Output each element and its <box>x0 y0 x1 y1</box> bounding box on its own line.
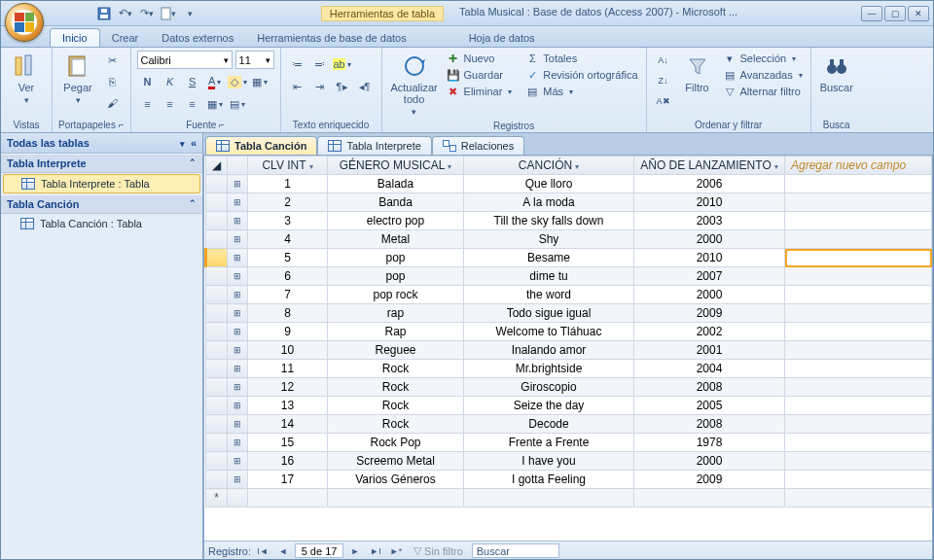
cell-addnew[interactable] <box>785 267 932 286</box>
align-left-button[interactable]: ≡ <box>137 94 159 114</box>
cell-anio[interactable]: 2000 <box>634 230 785 249</box>
cell-cancion[interactable]: I have you <box>464 452 634 471</box>
table-row[interactable]: ⊞13RockSeize the day2005 <box>206 397 932 415</box>
table-row[interactable]: ⊞7pop rockthe word2000 <box>206 286 932 304</box>
cell-clv-int[interactable]: 16 <box>248 452 328 471</box>
first-record-button[interactable]: I◄ <box>254 543 271 559</box>
column-header-genero[interactable]: GÉNERO MUSICAL▾ <box>328 157 464 175</box>
expand-button[interactable]: ⊞ <box>228 249 248 267</box>
cell-genero[interactable]: Metal <box>328 230 464 249</box>
column-header-clv-int[interactable]: CLV INT▾ <box>248 157 328 175</box>
row-header[interactable] <box>206 360 228 378</box>
cell-cancion[interactable]: Decode <box>464 415 634 434</box>
doc-tab-tabla-interprete[interactable]: Tabla Interprete <box>317 136 431 155</box>
record-position-input[interactable] <box>295 543 343 558</box>
copy-icon[interactable]: ⎘ <box>101 72 123 91</box>
cell-cancion[interactable]: Till the sky falls down <box>464 212 634 230</box>
expand-button[interactable]: ⊞ <box>228 230 248 249</box>
cell-genero[interactable]: Rap <box>328 323 464 341</box>
redo-icon[interactable]: ↷▾ <box>139 6 155 21</box>
expand-button[interactable]: ⊞ <box>228 397 248 415</box>
cell-anio[interactable]: 2009 <box>634 304 785 323</box>
cell-addnew[interactable] <box>785 230 932 249</box>
decrease-indent-button[interactable]: ⇤ <box>287 77 308 96</box>
table-row[interactable]: ⊞5popBesame2010 <box>206 249 932 267</box>
maximize-button[interactable]: ▢ <box>884 6 906 21</box>
cell-addnew[interactable] <box>785 249 932 267</box>
cell-clv-int[interactable]: 2 <box>248 193 328 212</box>
cell-clv-int[interactable]: 4 <box>248 230 328 249</box>
cell-cancion[interactable]: Mr.brightside <box>464 360 634 378</box>
expand-button[interactable]: ⊞ <box>228 304 248 323</box>
cell-anio[interactable]: 2009 <box>634 471 785 489</box>
cell-anio[interactable]: 2006 <box>634 175 785 193</box>
cell-genero[interactable]: pop rock <box>328 286 464 304</box>
cell-genero[interactable]: pop <box>328 267 464 286</box>
cell-clv-int[interactable]: 9 <box>248 323 328 341</box>
cell-cancion[interactable]: Que lloro <box>464 175 634 193</box>
view-button[interactable]: Ver▾ <box>7 51 46 107</box>
alt-row-color-button[interactable]: ▤ <box>227 94 248 114</box>
cell-addnew[interactable] <box>785 212 932 230</box>
cell-addnew[interactable] <box>785 304 932 323</box>
new-record-button[interactable]: ✚Nuevo <box>445 51 515 66</box>
minimize-button[interactable]: — <box>861 6 882 21</box>
expand-button[interactable]: ⊞ <box>228 341 248 360</box>
nav-pane-header[interactable]: Todas las tablas ▾ « <box>1 133 202 154</box>
table-row[interactable]: ⊞3electro popTill the sky falls down2003 <box>206 212 932 230</box>
table-row[interactable]: ⊞2BandaA la moda2010 <box>206 193 932 212</box>
office-button[interactable] <box>5 3 44 42</box>
qat-customize-icon[interactable]: ▾ <box>182 6 198 21</box>
row-header[interactable] <box>206 341 228 360</box>
underline-button[interactable]: S <box>182 72 203 91</box>
rtl-button[interactable]: ◂¶ <box>354 77 376 96</box>
table-row[interactable]: ⊞9RapWelcome to Tláhuac2002 <box>206 323 932 341</box>
save-icon[interactable] <box>96 6 112 21</box>
row-header[interactable] <box>206 434 228 452</box>
expand-button[interactable]: ⊞ <box>228 175 248 193</box>
italic-button[interactable]: K <box>160 72 181 91</box>
border-button[interactable]: ▦ <box>204 94 226 114</box>
more-button[interactable]: ▤Más <box>523 84 639 99</box>
expand-button[interactable]: ⊞ <box>228 415 248 434</box>
cell-addnew[interactable] <box>785 193 932 212</box>
row-header[interactable] <box>206 378 228 397</box>
cell-clv-int[interactable]: 8 <box>248 304 328 323</box>
cell-genero[interactable]: rap <box>328 304 464 323</box>
row-header[interactable] <box>206 175 228 193</box>
expand-button[interactable]: ⊞ <box>228 360 248 378</box>
bullets-button[interactable]: ≔ <box>287 54 308 74</box>
expand-button[interactable]: ⊞ <box>228 267 248 286</box>
cell-addnew[interactable] <box>785 397 932 415</box>
doc-tab-tabla-cancion[interactable]: Tabla Canción <box>205 136 317 155</box>
row-header[interactable] <box>206 249 228 267</box>
table-row[interactable]: ⊞17Varios GénerosI gotta Feeling2009 <box>206 471 932 489</box>
cell-anio[interactable]: 2010 <box>634 249 785 267</box>
delete-record-button[interactable]: ✖Eliminar <box>445 84 515 99</box>
cell-clv-int[interactable]: 13 <box>248 397 328 415</box>
cell-clv-int[interactable]: 14 <box>248 415 328 434</box>
row-header[interactable] <box>206 193 228 212</box>
new-record-row[interactable]: * <box>206 489 932 508</box>
ltr-button[interactable]: ¶▸ <box>332 77 353 96</box>
tab-crear[interactable]: Crear <box>100 29 151 47</box>
cell-clv-int[interactable]: 17 <box>248 471 328 489</box>
cell-cancion[interactable]: the word <box>464 286 634 304</box>
nav-group-interprete[interactable]: Tabla Interprete⌃ <box>1 154 202 173</box>
paste-button[interactable]: Pegar▾ <box>58 51 97 107</box>
cell-cancion[interactable]: Inalando amor <box>464 341 634 360</box>
table-row[interactable]: ⊞6popdime tu2007 <box>206 267 932 286</box>
row-header[interactable] <box>206 415 228 434</box>
increase-indent-button[interactable]: ⇥ <box>309 77 331 96</box>
cell-addnew[interactable] <box>785 452 932 471</box>
nav-item-tabla-cancion[interactable]: Tabla Canción : Tabla <box>1 214 202 233</box>
expand-button[interactable]: ⊞ <box>228 286 248 304</box>
expand-button[interactable]: ⊞ <box>228 323 248 341</box>
cell-cancion[interactable]: Shy <box>464 230 634 249</box>
save-record-button[interactable]: 💾Guardar <box>445 67 515 83</box>
cell-genero[interactable]: Balada <box>328 175 464 193</box>
row-header[interactable] <box>206 230 228 249</box>
cell-genero[interactable]: electro pop <box>328 212 464 230</box>
cell-addnew[interactable] <box>785 434 932 452</box>
new-record-nav-button[interactable]: ►* <box>387 543 405 559</box>
